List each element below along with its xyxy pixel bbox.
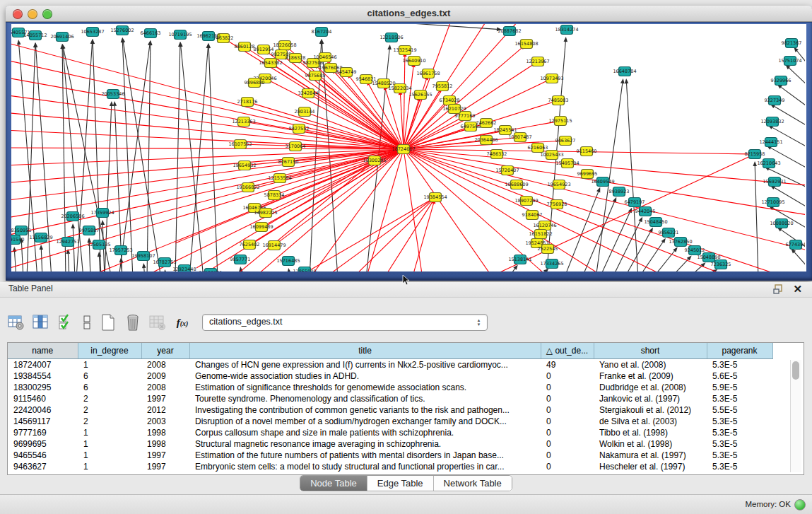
citation-edge-black[interactable]: [15, 252, 16, 271]
table-row[interactable]: 911546021997Tourette syndrome. Phenomeno…: [8, 393, 772, 404]
table-cell[interactable]: Franke et al. (2009): [594, 370, 707, 382]
table-cell[interactable]: Embryonic stem cells: a model to study s…: [189, 461, 541, 472]
table-options-icon[interactable]: [7, 313, 25, 332]
citation-edge-black[interactable]: [627, 83, 638, 271]
table-cell[interactable]: 1: [78, 461, 141, 472]
table-cell[interactable]: 0: [541, 393, 594, 404]
table-cell[interactable]: 18300295: [8, 382, 78, 393]
table-cell[interactable]: 5.3E-5: [707, 427, 772, 438]
table-cell[interactable]: 1: [78, 438, 141, 450]
table-cell[interactable]: 1: [78, 427, 141, 438]
table-cell[interactable]: 1997: [141, 450, 189, 461]
table-cell[interactable]: 5.6E-5: [707, 370, 772, 382]
close-panel-icon[interactable]: ✕: [793, 283, 802, 296]
table-cell[interactable]: 2: [78, 416, 141, 427]
citation-edge-black[interactable]: [119, 45, 150, 271]
citation-edge-black[interactable]: [93, 44, 101, 271]
table-cell[interactable]: 5.3E-5: [707, 359, 772, 371]
citation-edge-black[interactable]: [755, 166, 758, 271]
table-row[interactable]: 1872400712008Changes of HCN gene express…: [8, 359, 772, 371]
table-cell[interactable]: 2012: [141, 404, 189, 416]
table-cell[interactable]: Stergiakouli et al. (2012): [594, 404, 707, 416]
table-row[interactable]: 1456911722003Disruption of a novel membe…: [8, 416, 772, 427]
new-table-icon[interactable]: [99, 313, 117, 332]
citation-edge-black[interactable]: [564, 192, 599, 271]
table-cell[interactable]: Wolkin et al. (1998): [594, 438, 707, 450]
table-row[interactable]: 969969511998Structural magnetic resonanc…: [8, 438, 772, 450]
citation-edge-black[interactable]: [175, 47, 180, 271]
table-row[interactable]: 1938455462009Genome-wide association stu…: [8, 370, 772, 382]
citation-edge-black[interactable]: [507, 269, 515, 271]
tab-network-table[interactable]: Network Table: [434, 476, 512, 491]
citation-edge-red[interactable]: [196, 149, 404, 271]
table-cell[interactable]: Dudbridge et al. (2008): [594, 382, 707, 393]
citation-edge-black[interactable]: [41, 250, 42, 271]
table-cell[interactable]: 0: [541, 416, 594, 427]
table-cell[interactable]: 6: [78, 370, 141, 382]
column-header-pagerank[interactable]: pagerank: [707, 343, 772, 359]
table-cell[interactable]: 5.3E-5: [707, 393, 772, 404]
citation-edge-red[interactable]: [404, 149, 805, 250]
tab-node-table[interactable]: Node Table: [300, 476, 367, 491]
citation-edge-black[interactable]: [208, 48, 218, 271]
column-header-title[interactable]: title: [189, 343, 541, 359]
citation-edge-red[interactable]: [404, 149, 790, 271]
table-cell[interactable]: 5.3E-5: [707, 416, 772, 427]
table-row[interactable]: 1830029562008Estimation of significance …: [8, 382, 772, 393]
table-cell[interactable]: 1: [78, 450, 141, 461]
network-window-titlebar[interactable]: citations_edges.txt: [6, 6, 812, 22]
citation-edge-red[interactable]: [366, 149, 404, 271]
table-cell[interactable]: 5.3E-5: [707, 450, 772, 461]
tab-edge-table[interactable]: Edge Table: [367, 476, 434, 491]
table-cell[interactable]: Nakamura et al. (1997): [594, 450, 707, 461]
citation-edge-red[interactable]: [11, 95, 404, 149]
column-header-short[interactable]: short: [594, 343, 707, 359]
citation-edge-red[interactable]: [324, 201, 430, 271]
table-cell[interactable]: 19384554: [8, 370, 78, 382]
citation-edge-red[interactable]: [11, 149, 404, 270]
citation-edge-red[interactable]: [404, 57, 405, 149]
citation-edge-black[interactable]: [68, 254, 69, 271]
table-cell[interactable]: Genome-wide association studies in ADHD.: [189, 370, 541, 382]
table-cell[interactable]: Investigating the contribution of common…: [189, 404, 541, 416]
row-height-icon[interactable]: [81, 313, 93, 332]
table-row[interactable]: 946554611997Estimation of the future num…: [8, 450, 772, 461]
citation-edge-red[interactable]: [412, 204, 434, 271]
table-cell[interactable]: 0: [541, 370, 594, 382]
table-cell[interactable]: 2003: [141, 416, 189, 427]
table-cell[interactable]: Jankovic et al. (1997): [594, 393, 707, 404]
table-cell[interactable]: 2: [78, 393, 141, 404]
table-cell[interactable]: 5.5E-5: [707, 404, 772, 416]
memory-status-indicator[interactable]: [794, 499, 806, 510]
table-cell[interactable]: 18724007: [8, 359, 78, 371]
table-cell[interactable]: 1997: [141, 393, 189, 404]
table-cell[interactable]: 49: [541, 359, 594, 371]
citation-edge-black[interactable]: [123, 42, 161, 271]
citation-edge-black[interactable]: [789, 68, 805, 86]
citation-edge-black[interactable]: [391, 24, 497, 29]
table-cell[interactable]: 14569117: [8, 416, 78, 427]
show-columns-icon[interactable]: [32, 313, 50, 332]
citation-edge-black[interactable]: [144, 268, 145, 271]
function-builder-icon[interactable]: f(x): [173, 313, 192, 332]
table-row[interactable]: 977716911998Corpus callosum shape and si…: [8, 427, 772, 438]
table-cell[interactable]: 2009: [141, 370, 189, 382]
citation-edge-red[interactable]: [11, 130, 404, 149]
table-cell[interactable]: Structural magnetic resonance image aver…: [189, 438, 541, 450]
table-cell[interactable]: 2008: [141, 382, 189, 393]
table-cell[interactable]: 0: [541, 427, 594, 438]
delete-table-icon[interactable]: [124, 313, 142, 332]
table-cell[interactable]: 9699695: [8, 438, 78, 450]
column-header-name[interactable]: name: [8, 343, 78, 359]
table-cell[interactable]: 0: [541, 404, 594, 416]
table-cell[interactable]: 5.3E-5: [707, 438, 772, 450]
table-selector-dropdown[interactable]: citations_edges.txt ▲▼: [202, 314, 488, 331]
vertical-scrollbar[interactable]: [790, 360, 801, 472]
table-cell[interactable]: 9777169: [8, 427, 78, 438]
table-cell[interactable]: Corpus callosum shape and size in male p…: [189, 427, 541, 438]
table-cell[interactable]: 1998: [141, 427, 189, 438]
citation-edge-red[interactable]: [352, 201, 431, 271]
table-cell[interactable]: 2: [78, 404, 141, 416]
column-header-out_de[interactable]: △ out_de...: [541, 343, 594, 359]
select-all-icon[interactable]: [57, 313, 75, 332]
